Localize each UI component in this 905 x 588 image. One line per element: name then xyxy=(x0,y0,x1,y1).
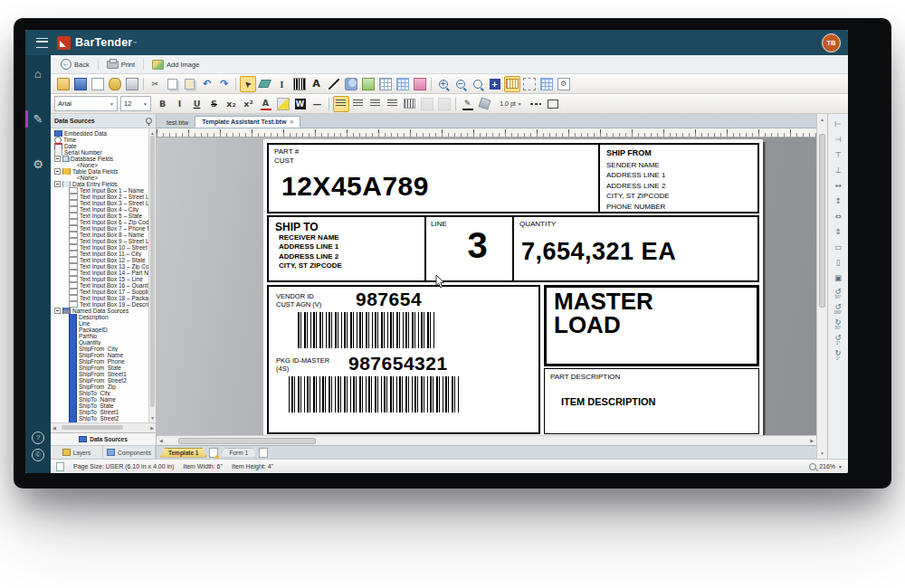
tree-item[interactable]: Text Input Box 15 – Line xyxy=(52,276,156,282)
tree-item[interactable]: Text Input Box 7 – Phone Number xyxy=(52,225,156,232)
tree-item[interactable]: Date xyxy=(52,143,156,149)
superscript-button[interactable]: x² xyxy=(241,96,257,112)
grid-lines-tool[interactable] xyxy=(395,76,411,92)
tree-item[interactable]: Serial Number xyxy=(52,149,156,156)
tree-item[interactable]: Text Input Box 19 – Description xyxy=(52,301,156,308)
tree-item[interactable]: Text Input Box 10 – Street Line 2 xyxy=(52,244,156,251)
justify-button[interactable] xyxy=(385,96,401,112)
part-number-text[interactable]: 12X45A789 xyxy=(281,171,593,202)
font-family-select[interactable]: Arial ▼ xyxy=(54,96,118,111)
panel-horizontal-scrollbar[interactable]: ◀ ▶ xyxy=(51,422,156,432)
image-tool[interactable] xyxy=(360,76,376,92)
dynamic-zoom-button[interactable] xyxy=(470,76,486,92)
scroll-down-icon[interactable]: ▼ xyxy=(820,449,824,458)
tree-item[interactable]: Text Input Box 6 – Zip Code xyxy=(52,219,156,225)
tree-item[interactable]: Text Input Box 16 – Quantity xyxy=(52,282,156,289)
zoom-out-button[interactable] xyxy=(452,76,469,92)
help-button[interactable]: ? xyxy=(32,432,44,444)
table-tool[interactable] xyxy=(377,76,394,92)
tree-item[interactable]: <None> xyxy=(52,175,156,181)
distribute-horizontally-button[interactable]: ⇔ xyxy=(830,209,846,224)
scroll-right-icon[interactable]: ▶ xyxy=(810,436,814,445)
align-left-button[interactable] xyxy=(333,96,349,112)
format-painter-tool[interactable] xyxy=(257,76,273,92)
save-button[interactable] xyxy=(72,76,89,92)
tree-item[interactable]: Text Input Box 5 – State xyxy=(52,213,156,219)
collapse-icon[interactable] xyxy=(54,181,61,187)
layout-tool[interactable] xyxy=(412,76,428,92)
make-same-width-button[interactable]: ▭ xyxy=(830,240,846,255)
view-rulers-toggle[interactable] xyxy=(504,76,520,92)
font-size-select[interactable]: 12 ▼ xyxy=(120,96,151,111)
chevron-down-icon[interactable]: ▼ xyxy=(838,464,843,469)
quantity-text[interactable]: 7,654,321 EA xyxy=(521,238,752,266)
quantity-cell[interactable]: QUANTITY 7,654,321 EA xyxy=(512,217,757,280)
pin-icon[interactable] xyxy=(146,118,152,124)
tree-item[interactable]: Text Input Box 17 – Supplier/Vendor xyxy=(52,289,156,295)
tree-item[interactable]: ShipFrom_Street2 xyxy=(52,377,156,384)
highlight-button[interactable] xyxy=(275,96,291,112)
text-tool[interactable]: A xyxy=(309,76,325,92)
scroll-down-icon[interactable]: ▼ xyxy=(150,413,155,422)
back-button[interactable]: ← Back xyxy=(56,57,94,71)
snap-to-grid-button[interactable] xyxy=(521,76,538,92)
hamburger-menu-icon[interactable] xyxy=(36,38,48,48)
bold-button[interactable]: B xyxy=(155,96,171,112)
print-document-button[interactable] xyxy=(124,76,140,92)
undo-button[interactable]: ↶ xyxy=(199,76,215,92)
tree-item[interactable]: ShipFrom_Name xyxy=(52,352,156,358)
tree-item[interactable]: Table Data Fields xyxy=(52,168,156,175)
form-1-tab[interactable]: Form 1 xyxy=(221,448,256,458)
tree-item[interactable]: <None> xyxy=(52,162,156,168)
database-connection-button[interactable] xyxy=(107,76,123,92)
user-avatar[interactable]: TB xyxy=(822,33,841,52)
tree-item[interactable]: ShipTo_Street1 xyxy=(52,409,156,415)
panel-vertical-scrollbar[interactable]: ▲ ▼ xyxy=(148,128,156,422)
distribute-vertically-button[interactable]: ⇕ xyxy=(830,224,846,240)
tree-item[interactable]: Text Input Box 11 – City xyxy=(52,251,156,257)
package-id-group[interactable]: PKG ID-MASTER (4S) 987654321 xyxy=(276,356,531,413)
text-fit-button[interactable] xyxy=(436,96,452,112)
rail-documents-button[interactable] xyxy=(25,130,51,153)
components-tab[interactable]: Components xyxy=(103,446,156,459)
vendor-id-barcode[interactable] xyxy=(298,312,435,348)
border-style-button[interactable] xyxy=(545,96,561,112)
tree-item[interactable]: ShipFrom_City xyxy=(52,346,156,352)
package-id-text[interactable]: 987654321 xyxy=(348,353,448,375)
add-template-icon[interactable] xyxy=(209,448,218,458)
line-number-text[interactable]: 3 xyxy=(431,225,508,266)
rich-text-button[interactable]: W xyxy=(292,96,309,112)
zoom-in-button[interactable] xyxy=(435,76,452,92)
vertical-align-button[interactable] xyxy=(402,96,418,112)
rail-settings-button[interactable]: ⚙ xyxy=(25,153,51,175)
rail-home-button[interactable]: ⌂ xyxy=(25,62,51,85)
line-weight-select[interactable]: 1.0 pt ▼ xyxy=(494,96,527,112)
scroll-right-icon[interactable]: ▶ xyxy=(150,423,154,432)
tab-template-assistant-test-btw[interactable]: Template Assistant Test.btw × xyxy=(195,116,300,128)
about-button[interactable]: © xyxy=(32,449,44,461)
tree-item[interactable]: ShipFrom_Phone xyxy=(52,358,156,365)
line-color-button[interactable] xyxy=(460,96,476,112)
canvas-horizontal-scrollbar[interactable]: ◀ ▶ xyxy=(157,435,816,445)
tree-item[interactable]: Named Data Sources xyxy=(52,308,156,314)
align-bottom-edges-button[interactable]: ⊥ xyxy=(830,163,846,178)
clear-format-button[interactable]: — xyxy=(310,96,326,112)
master-load-box[interactable]: MASTER LOAD xyxy=(544,285,759,366)
dash-style-button[interactable] xyxy=(528,96,544,112)
tree-item[interactable]: Description xyxy=(52,314,156,320)
barcode-box[interactable]: VENDOR ID CUST AGN (V) 987654 PKG ID-MAS… xyxy=(267,285,540,434)
tree-item[interactable]: Time xyxy=(52,137,156,143)
zoom-level[interactable]: 216% xyxy=(819,463,835,469)
tree-item[interactable]: Text Input Box 9 – Street Line 1 xyxy=(52,238,156,244)
label-page[interactable]: PART # CUST 12X45A789 SHIP FROM SENDER xyxy=(263,139,763,435)
item-description-text[interactable]: ITEM DESCRIPTION xyxy=(561,396,753,407)
tree-item[interactable]: Text Input Box 1 – Name xyxy=(52,187,156,194)
scroll-up-icon[interactable]: ▲ xyxy=(820,115,824,124)
align-right-edges-button[interactable]: ⊣ xyxy=(830,132,846,147)
subscript-button[interactable]: x₂ xyxy=(224,96,240,112)
rotate-right-90-button[interactable]: ↻ 90° xyxy=(830,317,846,332)
package-id-barcode[interactable] xyxy=(289,376,459,413)
rail-print-button[interactable] xyxy=(25,85,51,108)
copy-button[interactable] xyxy=(165,76,181,92)
select-tool[interactable]: ➤ xyxy=(240,76,256,92)
